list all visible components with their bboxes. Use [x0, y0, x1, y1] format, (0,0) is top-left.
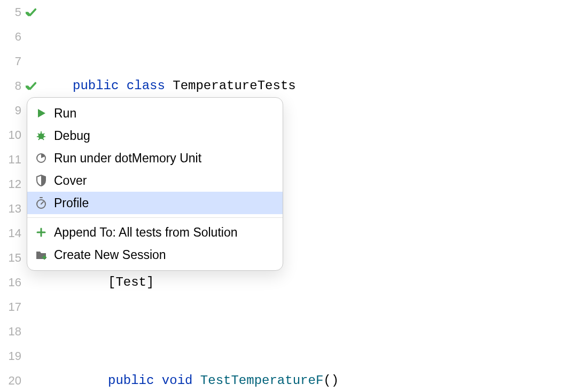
- gutter-row[interactable]: 19: [0, 344, 53, 369]
- code-line: [Test]: [53, 270, 561, 295]
- line-number: 13: [0, 197, 24, 221]
- test-pass-icon[interactable]: [24, 6, 40, 18]
- attribute: [Test]: [108, 270, 154, 295]
- menu-item-dotmemory[interactable]: Run under dotMemory Unit: [27, 147, 283, 169]
- menu-item-debug[interactable]: Debug: [27, 124, 283, 147]
- line-number: 19: [0, 344, 24, 369]
- line-number: 12: [0, 172, 24, 197]
- class-name: TemperatureTests: [173, 74, 295, 98]
- keyword: class: [127, 74, 165, 98]
- line-number: 20: [0, 369, 24, 392]
- line-number: 18: [0, 319, 24, 344]
- menu-label: Append To: All tests from Solution: [54, 220, 238, 245]
- method-name: TestTemperatureF: [200, 369, 323, 392]
- svg-rect-2: [40, 197, 43, 198]
- code-line: public void TestTemperatureF(): [53, 369, 561, 392]
- gutter-row[interactable]: 17: [0, 295, 53, 319]
- new-session-icon: [35, 248, 48, 261]
- menu-item-profile[interactable]: Profile: [27, 192, 283, 214]
- code-editor: 5 6 7 8 9 10 11 12: [0, 0, 561, 392]
- plus-icon: [35, 226, 48, 239]
- code-line: public class TemperatureTests: [53, 74, 561, 98]
- line-number: 17: [0, 295, 24, 319]
- keyword: public: [73, 74, 119, 98]
- menu-label: Run: [54, 101, 76, 126]
- gutter-row[interactable]: 18: [0, 319, 53, 344]
- gutter-row[interactable]: 16: [0, 270, 53, 295]
- menu-label: Profile: [54, 191, 89, 215]
- menu-separator: [27, 217, 283, 218]
- bug-icon: [35, 129, 48, 142]
- keyword: public: [108, 369, 154, 392]
- menu-item-run[interactable]: Run: [27, 102, 283, 124]
- shield-icon: [35, 174, 48, 187]
- line-number: 11: [0, 147, 24, 172]
- line-number: 8: [0, 74, 24, 98]
- line-number: 15: [0, 246, 24, 270]
- line-number: 10: [0, 123, 24, 147]
- context-menu: Run Debug Run under dotMemory Unit Cover…: [27, 97, 283, 271]
- line-number: 7: [0, 49, 24, 74]
- line-number: 6: [0, 25, 24, 49]
- line-number: 5: [0, 0, 24, 25]
- gutter-row[interactable]: 7: [0, 49, 53, 74]
- gutter-row[interactable]: 20: [0, 369, 53, 392]
- keyword: void: [162, 369, 193, 392]
- menu-label: Cover: [54, 168, 87, 193]
- dotmemory-icon: [35, 152, 48, 164]
- menu-label: Create New Session: [54, 242, 166, 267]
- stopwatch-icon: [35, 197, 48, 209]
- parens: (): [323, 369, 339, 392]
- line-number: 14: [0, 221, 24, 246]
- menu-label: Debug: [54, 123, 90, 148]
- run-icon: [35, 107, 48, 120]
- gutter-row[interactable]: 8: [0, 74, 53, 98]
- menu-item-append[interactable]: Append To: All tests from Solution: [27, 221, 283, 244]
- test-pass-icon[interactable]: [24, 80, 40, 92]
- line-number: 16: [0, 270, 24, 295]
- line-number: 9: [0, 98, 24, 123]
- gutter-row[interactable]: 6: [0, 25, 53, 49]
- menu-label: Run under dotMemory Unit: [54, 146, 201, 170]
- menu-item-cover[interactable]: Cover: [27, 169, 283, 192]
- menu-item-new-session[interactable]: Create New Session: [27, 244, 283, 266]
- gutter-row[interactable]: 5: [0, 0, 53, 25]
